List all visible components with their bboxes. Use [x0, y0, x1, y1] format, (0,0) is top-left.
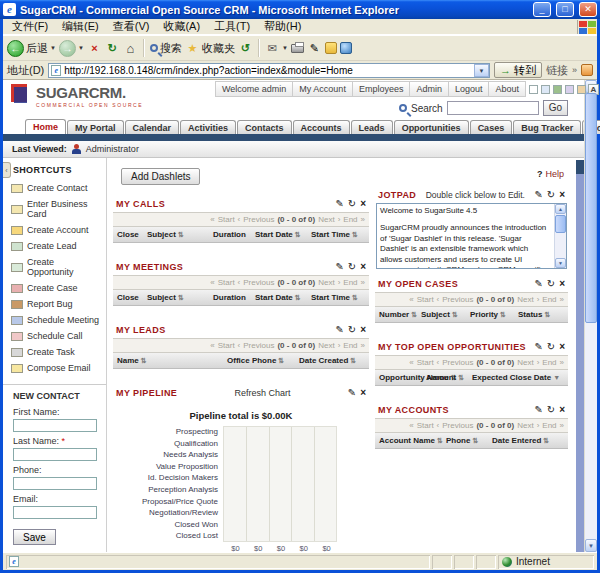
column-close[interactable]: Close: [117, 293, 147, 302]
column-start-time[interactable]: Start Time⇅: [311, 293, 365, 302]
messenger-button[interactable]: [325, 42, 337, 54]
pagination-previous[interactable]: Previous: [243, 215, 274, 224]
first-page-icon[interactable]: «: [409, 421, 413, 430]
column-name[interactable]: Name⇅: [117, 356, 227, 365]
stop-button[interactable]: ×: [87, 41, 102, 56]
pagination-next[interactable]: Next: [318, 341, 334, 350]
column-expected-close-date[interactable]: Expected Close Date▼: [472, 373, 564, 382]
first-page-icon[interactable]: «: [210, 215, 214, 224]
pagination-start[interactable]: Start: [218, 278, 235, 287]
next-page-icon[interactable]: ›: [338, 215, 341, 224]
edit-dashlet-icon[interactable]: ✎: [335, 261, 343, 272]
edit-dashlet-icon[interactable]: ✎: [534, 189, 542, 200]
column-phone[interactable]: Phone⇅: [446, 436, 492, 445]
scroll-down-icon[interactable]: ▼: [585, 539, 597, 552]
column-status[interactable]: Status⇅: [518, 310, 564, 319]
close-dashlet-icon[interactable]: ×: [360, 324, 366, 335]
column-priority[interactable]: Priority⇅: [470, 310, 518, 319]
menu-edit[interactable]: 编辑(E): [55, 18, 106, 35]
tab-opportunities[interactable]: Opportunities: [394, 120, 469, 134]
column-duration[interactable]: Duration: [213, 230, 255, 239]
column-subject[interactable]: Subject⇅: [147, 230, 213, 239]
prev-page-icon[interactable]: ‹: [437, 421, 440, 430]
pagination-start[interactable]: Start: [417, 358, 434, 367]
edit-button[interactable]: ✎: [307, 41, 322, 56]
close-dashlet-icon[interactable]: ×: [360, 261, 366, 272]
last-page-icon[interactable]: »: [560, 358, 564, 367]
refresh-button[interactable]: ↻: [105, 41, 120, 56]
last-viewed-administrator-link[interactable]: Administrator: [86, 144, 139, 154]
edit-dashlet-icon[interactable]: ✎: [534, 404, 542, 415]
menu-help[interactable]: 帮助(H): [257, 18, 308, 35]
tab-my-portal[interactable]: My Portal: [67, 120, 124, 134]
edit-dashlet-icon[interactable]: ✎: [335, 198, 343, 209]
last-page-icon[interactable]: »: [361, 341, 365, 350]
column-date-created[interactable]: Date Created⇅: [299, 356, 365, 365]
column-close[interactable]: Close: [117, 230, 147, 239]
link-employees[interactable]: Employees: [353, 81, 411, 97]
theme-swatch[interactable]: [529, 85, 538, 94]
column-office-phone[interactable]: Office Phone⇅: [227, 356, 299, 365]
last-page-icon[interactable]: »: [560, 295, 564, 304]
search-button[interactable]: 搜索: [150, 41, 182, 56]
scroll-up-icon[interactable]: ▲: [555, 204, 566, 214]
shortcut-create-opportunity[interactable]: Create Opportunity: [3, 254, 106, 280]
site-search-input[interactable]: [447, 101, 539, 115]
shortcut-create-contact[interactable]: Create Contact: [3, 180, 106, 196]
next-page-icon[interactable]: ›: [537, 295, 540, 304]
pagination-end[interactable]: End: [343, 278, 357, 287]
shortcut-create-task[interactable]: Create Task: [3, 344, 106, 360]
link-logout[interactable]: Logout: [449, 81, 490, 97]
prev-page-icon[interactable]: ‹: [238, 278, 241, 287]
tab-activities[interactable]: Activities: [180, 120, 236, 134]
print-button[interactable]: [291, 44, 304, 53]
prev-page-icon[interactable]: ‹: [238, 341, 241, 350]
favorites-button[interactable]: ★ 收藏夹: [185, 41, 235, 56]
pagination-previous[interactable]: Previous: [442, 421, 473, 430]
go-button[interactable]: → 转到: [494, 62, 542, 78]
mail-dropdown-icon[interactable]: ▼: [282, 45, 288, 51]
column-duration[interactable]: Duration: [213, 293, 255, 302]
edit-dashlet-icon[interactable]: ✎: [534, 341, 542, 352]
links-chevron-icon[interactable]: »: [572, 65, 577, 75]
pagination-next[interactable]: Next: [318, 278, 334, 287]
jotpad-body[interactable]: Welcome to SugarSuite 4.5 SugarCRM proud…: [376, 203, 567, 269]
page-scrollbar[interactable]: ▲ ▼: [584, 80, 597, 552]
last-page-icon[interactable]: »: [361, 278, 365, 287]
first-name-input[interactable]: [13, 419, 97, 432]
close-dashlet-icon[interactable]: ×: [559, 404, 565, 415]
pagination-next[interactable]: Next: [517, 295, 533, 304]
links-label[interactable]: 链接: [546, 63, 568, 78]
minimize-button[interactable]: _: [533, 2, 551, 17]
column-start-date[interactable]: Start Date⇅: [255, 293, 311, 302]
tab-leads[interactable]: Leads: [351, 120, 393, 134]
site-search-go-button[interactable]: Go: [543, 100, 568, 116]
save-button[interactable]: Save: [13, 529, 56, 545]
refresh-dashlet-icon[interactable]: ↻: [547, 278, 555, 289]
discuss-button[interactable]: [340, 42, 352, 54]
shortcut-compose-email[interactable]: Compose Email: [3, 360, 106, 376]
home-button[interactable]: ⌂: [123, 41, 138, 56]
email-input[interactable]: [13, 506, 97, 519]
menu-view[interactable]: 查看(V): [106, 18, 157, 35]
tab-contacts[interactable]: Contacts: [237, 120, 292, 134]
mail-button[interactable]: ✉ ▼: [265, 41, 288, 56]
column-number[interactable]: Number⇅: [379, 310, 421, 319]
shortcut-create-account[interactable]: Create Account: [3, 222, 106, 238]
jotpad-scrollbar[interactable]: ▲ ▼: [554, 204, 566, 268]
last-page-icon[interactable]: »: [560, 421, 564, 430]
next-page-icon[interactable]: ›: [338, 278, 341, 287]
shortcut-enter-business-card[interactable]: Enter Business Card: [3, 196, 106, 222]
menu-tools[interactable]: 工具(T): [207, 18, 257, 35]
close-button[interactable]: ✕: [579, 2, 597, 17]
edit-dashlet-icon[interactable]: ✎: [534, 278, 542, 289]
tab-home[interactable]: Home: [25, 119, 66, 134]
scroll-down-icon[interactable]: ▼: [555, 258, 566, 268]
refresh-dashlet-icon[interactable]: ↻: [348, 198, 356, 209]
column-start-date[interactable]: Start Date⇅: [255, 230, 311, 239]
back-dropdown-icon[interactable]: ▼: [50, 45, 56, 51]
refresh-dashlet-icon[interactable]: ↻: [348, 324, 356, 335]
maximize-button[interactable]: □: [556, 2, 574, 17]
pagination-end[interactable]: End: [343, 341, 357, 350]
pagination-next[interactable]: Next: [517, 358, 533, 367]
